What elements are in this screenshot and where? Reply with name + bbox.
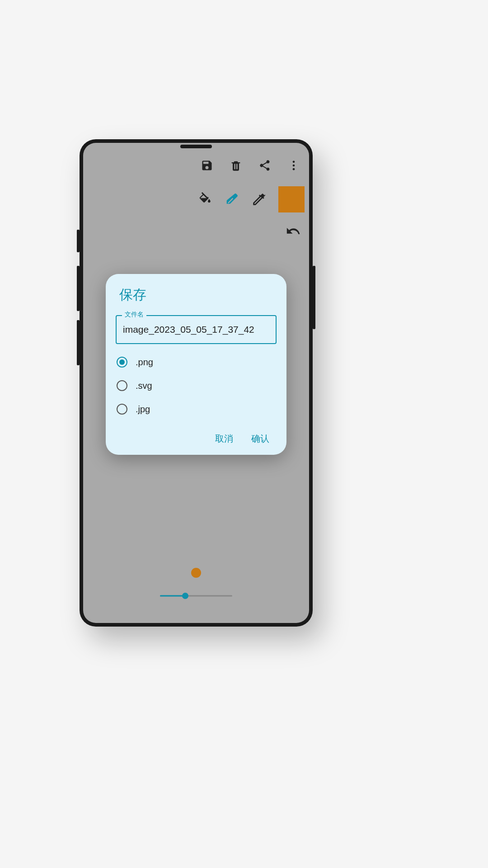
- filename-field-wrap: 文件名: [116, 315, 277, 344]
- radio-selected-icon: [117, 357, 127, 368]
- format-option-svg[interactable]: .svg: [116, 377, 277, 395]
- phone-side-button: [77, 320, 80, 365]
- tool-row: [197, 186, 305, 212]
- format-label: .svg: [136, 381, 152, 391]
- svg-point-2: [293, 168, 295, 170]
- color-swatch[interactable]: [278, 186, 305, 212]
- fill-icon[interactable]: [197, 192, 212, 207]
- delete-icon[interactable]: [230, 159, 242, 172]
- format-label: .png: [136, 357, 153, 368]
- share-icon[interactable]: [258, 159, 271, 172]
- svg-point-0: [293, 161, 295, 163]
- eraser-icon[interactable]: [224, 192, 239, 207]
- more-icon[interactable]: [287, 159, 300, 172]
- confirm-button[interactable]: 确认: [251, 433, 269, 445]
- phone-frame: 保存 文件名 .png .svg .jpg: [80, 139, 313, 627]
- undo-icon[interactable]: [286, 223, 301, 239]
- slider-fill: [160, 595, 185, 597]
- format-label: .jpg: [136, 404, 150, 415]
- phone-side-button: [313, 266, 315, 329]
- phone-side-button: [77, 230, 80, 252]
- radio-unselected-icon: [117, 404, 127, 415]
- undo-row: [286, 223, 301, 239]
- format-option-jpg[interactable]: .jpg: [116, 400, 277, 418]
- phone-notch: [180, 145, 212, 148]
- brush-size-slider[interactable]: [160, 591, 232, 600]
- app-top-bar: [83, 152, 309, 179]
- svg-point-1: [293, 165, 295, 167]
- cancel-button[interactable]: 取消: [215, 433, 233, 445]
- phone-side-button: [77, 266, 80, 311]
- format-option-png[interactable]: .png: [116, 353, 277, 371]
- save-dialog: 保存 文件名 .png .svg .jpg: [106, 274, 286, 455]
- save-icon[interactable]: [201, 159, 213, 172]
- phone-screen: 保存 文件名 .png .svg .jpg: [83, 143, 309, 623]
- dialog-title: 保存: [116, 286, 277, 304]
- brush-preview-dot: [191, 568, 201, 578]
- filename-input[interactable]: [116, 315, 277, 344]
- filename-label: 文件名: [122, 311, 146, 319]
- format-radio-group: .png .svg .jpg: [116, 353, 277, 418]
- dialog-actions: 取消 确认: [116, 428, 277, 445]
- eyedropper-icon[interactable]: [251, 192, 267, 207]
- radio-unselected-icon: [117, 380, 127, 391]
- slider-thumb[interactable]: [182, 593, 188, 599]
